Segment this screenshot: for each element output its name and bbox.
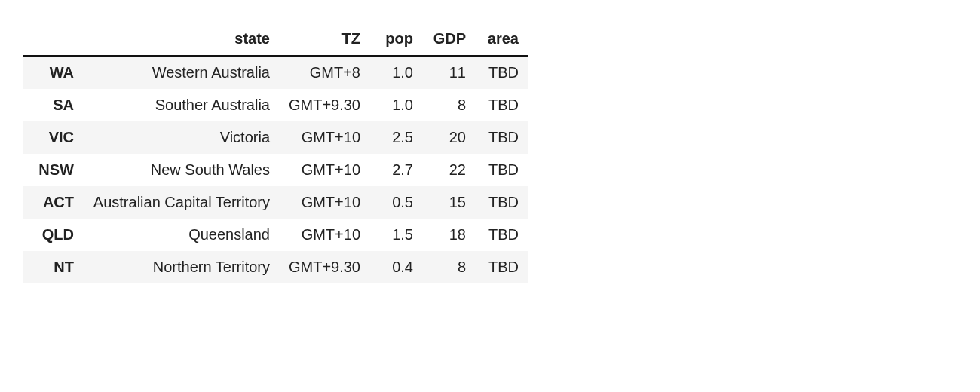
cell-gdp: 20 — [422, 121, 475, 154]
col-index — [23, 23, 83, 56]
cell-tz: GMT+8 — [279, 56, 369, 89]
cell-area: TBD — [475, 219, 528, 251]
table-row: SA Souther Australia GMT+9.30 1.0 8 TBD — [23, 89, 528, 121]
cell-tz: GMT+10 — [279, 186, 369, 219]
cell-gdp: 8 — [422, 89, 475, 121]
table-row: WA Western Australia GMT+8 1.0 11 TBD — [23, 56, 528, 89]
cell-pop: 1.0 — [369, 89, 422, 121]
cell-tz: GMT+10 — [279, 219, 369, 251]
cell-pop: 0.4 — [369, 251, 422, 283]
cell-pop: 1.0 — [369, 56, 422, 89]
row-label: SA — [23, 89, 83, 121]
cell-area: TBD — [475, 121, 528, 154]
cell-state: Souther Australia — [83, 89, 279, 121]
cell-area: TBD — [475, 186, 528, 219]
cell-area: TBD — [475, 251, 528, 283]
row-label: NT — [23, 251, 83, 283]
cell-state: Western Australia — [83, 56, 279, 89]
col-tz: TZ — [279, 23, 369, 56]
col-state: state — [83, 23, 279, 56]
cell-area: TBD — [475, 56, 528, 89]
cell-tz: GMT+10 — [279, 121, 369, 154]
cell-area: TBD — [475, 89, 528, 121]
cell-gdp: 11 — [422, 56, 475, 89]
cell-state: Queensland — [83, 219, 279, 251]
cell-pop: 2.7 — [369, 154, 422, 186]
cell-tz: GMT+9.30 — [279, 89, 369, 121]
row-label: QLD — [23, 219, 83, 251]
cell-gdp: 8 — [422, 251, 475, 283]
states-table: state TZ pop GDP area WA Western Austral… — [23, 23, 528, 283]
col-pop: pop — [369, 23, 422, 56]
cell-state: Australian Capital Territory — [83, 186, 279, 219]
table-header-row: state TZ pop GDP area — [23, 23, 528, 56]
cell-pop: 2.5 — [369, 121, 422, 154]
cell-area: TBD — [475, 154, 528, 186]
table-row: NT Northern Territory GMT+9.30 0.4 8 TBD — [23, 251, 528, 283]
row-label: VIC — [23, 121, 83, 154]
cell-tz: GMT+10 — [279, 154, 369, 186]
table-row: QLD Queensland GMT+10 1.5 18 TBD — [23, 219, 528, 251]
cell-tz: GMT+9.30 — [279, 251, 369, 283]
col-gdp: GDP — [422, 23, 475, 56]
table-row: ACT Australian Capital Territory GMT+10 … — [23, 186, 528, 219]
cell-state: Northern Territory — [83, 251, 279, 283]
cell-state: New South Wales — [83, 154, 279, 186]
cell-pop: 1.5 — [369, 219, 422, 251]
cell-pop: 0.5 — [369, 186, 422, 219]
col-area: area — [475, 23, 528, 56]
cell-gdp: 22 — [422, 154, 475, 186]
table-row: VIC Victoria GMT+10 2.5 20 TBD — [23, 121, 528, 154]
cell-gdp: 15 — [422, 186, 475, 219]
cell-state: Victoria — [83, 121, 279, 154]
table-row: NSW New South Wales GMT+10 2.7 22 TBD — [23, 154, 528, 186]
row-label: ACT — [23, 186, 83, 219]
row-label: WA — [23, 56, 83, 89]
cell-gdp: 18 — [422, 219, 475, 251]
row-label: NSW — [23, 154, 83, 186]
